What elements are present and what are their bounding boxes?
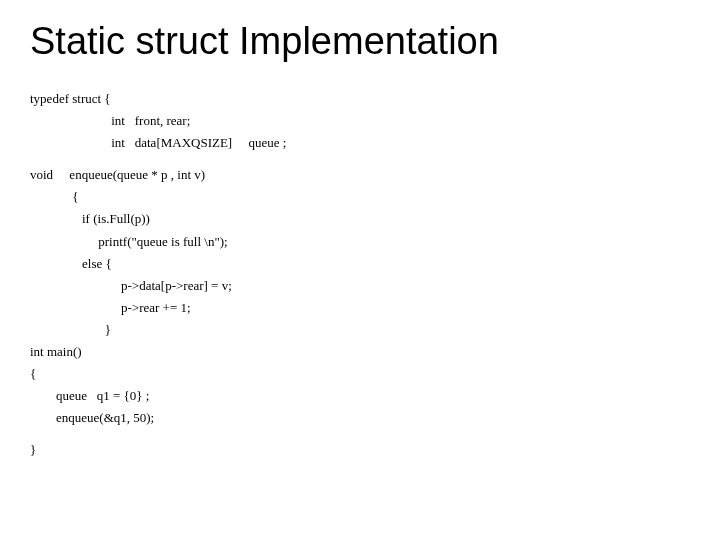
code-line: printf("queue is full \n"); <box>30 231 690 253</box>
code-line: typedef struct { <box>30 88 690 110</box>
code-line: p->data[p->rear] = v; <box>30 275 690 297</box>
code-spacer <box>30 429 690 439</box>
code-line: } <box>30 439 690 461</box>
code-line: } <box>30 319 690 341</box>
code-line: int front, rear; <box>30 110 690 132</box>
code-line: int main() <box>30 341 690 363</box>
code-block: typedef struct { int front, rear; int da… <box>30 88 690 462</box>
code-line: if (is.Full(p)) <box>30 208 690 230</box>
code-line: { <box>30 363 690 385</box>
code-line: int data[MAXQSIZE] queue ; <box>30 132 690 154</box>
slide: Static struct Implementation typedef str… <box>0 0 720 482</box>
code-line: else { <box>30 253 690 275</box>
code-line: p->rear += 1; <box>30 297 690 319</box>
code-line: enqueue(&q1, 50); <box>30 407 690 429</box>
code-line: { <box>30 186 690 208</box>
code-spacer <box>30 154 690 164</box>
code-line: queue q1 = {0} ; <box>30 385 690 407</box>
slide-title: Static struct Implementation <box>30 20 690 63</box>
code-line: void enqueue(queue * p , int v) <box>30 164 690 186</box>
